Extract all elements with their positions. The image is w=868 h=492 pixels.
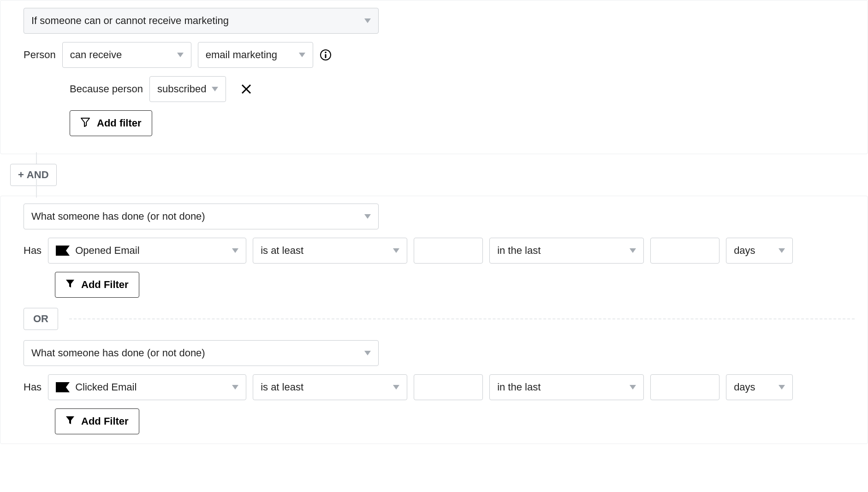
svg-marker-1 xyxy=(177,53,184,57)
svg-marker-16 xyxy=(364,351,371,355)
add-filter-button[interactable]: Add filter xyxy=(70,110,152,136)
chevron-down-icon xyxy=(364,351,371,355)
channel-select[interactable]: email marketing xyxy=(198,42,313,68)
filter-icon xyxy=(80,117,90,130)
add-filter-button[interactable]: Add Filter xyxy=(55,272,139,298)
svg-marker-17 xyxy=(56,382,70,392)
timeframe-label: in the last xyxy=(497,245,541,257)
svg-marker-9 xyxy=(364,214,371,219)
filter-block-activity: What someone has done (or not done) Has … xyxy=(0,196,868,444)
svg-rect-5 xyxy=(325,54,326,58)
event-select[interactable]: Clicked Email xyxy=(48,374,246,400)
event-label: Opened Email xyxy=(75,245,139,257)
or-badge[interactable]: OR xyxy=(24,308,58,330)
filter-icon xyxy=(65,279,75,291)
chevron-down-icon xyxy=(393,248,399,253)
reason-select[interactable]: subscribed xyxy=(149,76,226,102)
person-label: Person xyxy=(24,49,56,61)
comparator-label: is at least xyxy=(261,381,303,393)
timeframe-select[interactable]: in the last xyxy=(489,238,644,264)
chevron-down-icon xyxy=(232,248,238,253)
count-input[interactable] xyxy=(414,374,483,400)
channel-label: email marketing xyxy=(206,49,277,61)
chevron-down-icon xyxy=(393,385,399,390)
chevron-down-icon xyxy=(779,385,785,390)
unit-label: days xyxy=(734,381,755,393)
svg-marker-12 xyxy=(393,248,399,253)
and-connector: + AND xyxy=(0,154,868,196)
close-icon[interactable] xyxy=(241,84,252,95)
add-filter-label: Add Filter xyxy=(81,415,129,427)
or-label: OR xyxy=(33,313,48,324)
can-receive-select[interactable]: can receive xyxy=(62,42,191,68)
svg-marker-20 xyxy=(630,385,636,390)
chevron-down-icon xyxy=(630,385,636,390)
unit-select[interactable]: days xyxy=(726,374,793,400)
and-button[interactable]: + AND xyxy=(10,164,57,186)
svg-marker-18 xyxy=(232,385,238,390)
condition-type-label: If someone can or cannot receive marketi… xyxy=(31,15,229,27)
plus-icon: + xyxy=(18,169,24,181)
chevron-down-icon xyxy=(779,248,785,253)
comparator-select[interactable]: is at least xyxy=(253,238,407,264)
chevron-down-icon xyxy=(232,385,238,390)
timeframe-select[interactable]: in the last xyxy=(489,374,644,400)
condition-type-select[interactable]: If someone can or cannot receive marketi… xyxy=(24,8,379,34)
count-input[interactable] xyxy=(414,238,483,264)
filter-icon xyxy=(65,415,75,427)
duration-input[interactable] xyxy=(650,374,719,400)
reason-label: subscribed xyxy=(157,83,206,95)
dashed-line xyxy=(69,318,855,319)
unit-select[interactable]: days xyxy=(726,238,793,264)
duration-input[interactable] xyxy=(650,238,719,264)
info-icon[interactable] xyxy=(320,49,332,61)
filter-block-marketing: If someone can or cannot receive marketi… xyxy=(0,0,868,154)
chevron-down-icon xyxy=(212,87,218,91)
chevron-down-icon xyxy=(630,248,636,253)
has-label: Has xyxy=(24,245,42,257)
svg-marker-19 xyxy=(393,385,399,390)
condition-type-select[interactable]: What someone has done (or not done) xyxy=(24,204,379,229)
svg-marker-0 xyxy=(364,18,371,23)
because-person-label: Because person xyxy=(70,83,143,95)
add-filter-button[interactable]: Add Filter xyxy=(55,408,139,434)
condition-type-label: What someone has done (or not done) xyxy=(31,210,205,222)
has-label: Has xyxy=(24,381,42,393)
svg-marker-15 xyxy=(66,280,74,288)
or-connector: OR xyxy=(24,308,855,330)
chevron-down-icon xyxy=(364,18,371,23)
can-receive-label: can receive xyxy=(70,49,122,61)
connector-line xyxy=(36,179,37,198)
chevron-down-icon xyxy=(299,53,305,57)
add-filter-label: Add Filter xyxy=(81,279,129,291)
add-filter-label: Add filter xyxy=(97,117,142,129)
svg-marker-10 xyxy=(56,246,70,256)
svg-marker-13 xyxy=(630,248,636,253)
event-select[interactable]: Opened Email xyxy=(48,238,246,264)
chevron-down-icon xyxy=(177,53,184,57)
flag-icon xyxy=(56,246,70,256)
svg-marker-11 xyxy=(232,248,238,253)
comparator-select[interactable]: is at least xyxy=(253,374,407,400)
svg-marker-14 xyxy=(779,248,785,253)
chevron-down-icon xyxy=(364,214,371,219)
flag-icon xyxy=(56,382,70,392)
svg-marker-21 xyxy=(779,385,785,390)
condition-type-select[interactable]: What someone has done (or not done) xyxy=(24,340,379,366)
event-label: Clicked Email xyxy=(75,381,137,393)
and-label: AND xyxy=(27,169,49,181)
unit-label: days xyxy=(734,245,755,257)
svg-marker-6 xyxy=(212,87,218,91)
svg-marker-22 xyxy=(66,416,74,424)
svg-marker-2 xyxy=(299,53,305,57)
svg-point-4 xyxy=(325,52,327,54)
comparator-label: is at least xyxy=(261,245,303,257)
timeframe-label: in the last xyxy=(497,381,541,393)
condition-type-label: What someone has done (or not done) xyxy=(31,347,205,359)
